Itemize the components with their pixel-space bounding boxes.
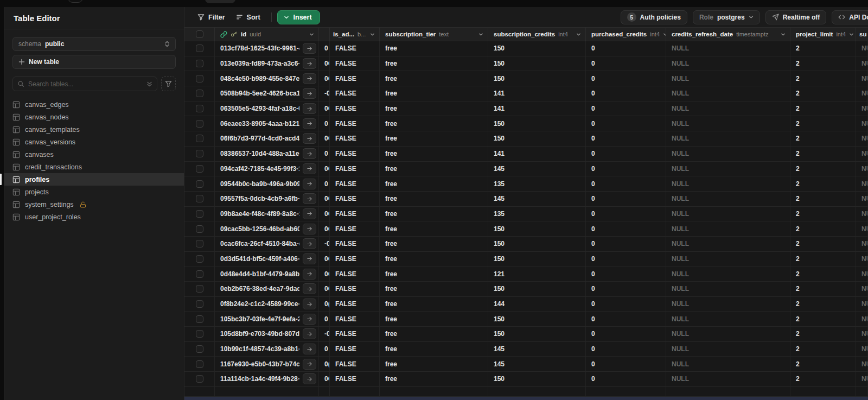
cell-subscription-tier[interactable]: free xyxy=(380,372,488,386)
sidebar-item-canvas_nodes[interactable]: canvas_nodes xyxy=(4,111,184,123)
cell-is-admin[interactable]: FALSE xyxy=(330,101,380,116)
cell-subscription-credits[interactable]: 141 xyxy=(488,147,586,161)
cell-credits-refresh-date[interactable]: NULL xyxy=(666,162,790,176)
cell-next-clipped[interactable]: NU xyxy=(856,101,868,116)
table-row[interactable]: 09557f5a-0dcb-4cb9-a6fb-fff366... 0C FAL… xyxy=(184,192,868,207)
cell-project-limit[interactable]: 2 xyxy=(790,357,856,371)
filter-button[interactable]: Filter xyxy=(192,10,231,24)
cell-purchased-credits[interactable]: 0 xyxy=(586,147,666,161)
cell-project-limit[interactable]: 2 xyxy=(790,41,856,56)
cell-next-clipped[interactable]: NU xyxy=(856,86,868,101)
chevron-down-icon[interactable] xyxy=(849,32,854,37)
sidebar-item-canvas_versions[interactable]: canvas_versions xyxy=(4,136,184,148)
cell-subscription-credits[interactable]: 145 xyxy=(488,192,586,206)
cell-subscription-tier[interactable]: free xyxy=(380,56,488,71)
cell-subscription-tier[interactable]: free xyxy=(380,192,488,206)
cell-project-limit[interactable]: 2 xyxy=(790,56,856,71)
select-all-checkbox[interactable] xyxy=(196,30,203,38)
cell-credits-refresh-date[interactable]: NULL xyxy=(666,342,790,357)
chevrons-down-icon[interactable] xyxy=(146,81,152,87)
cell-id[interactable]: 09557f5a-0dcb-4cb9-a6fb-fff366... xyxy=(215,192,319,206)
expand-row-button[interactable] xyxy=(303,238,316,249)
cell-subscription-credits[interactable]: 150 xyxy=(488,131,586,146)
chevron-down-icon[interactable] xyxy=(576,32,581,37)
table-row[interactable]: 09b8ae4e-f48c-4f89-8a8c-1629b... 0C FALS… xyxy=(184,207,868,222)
cell-is-admin[interactable]: FALSE xyxy=(330,116,380,131)
cell-next-clipped[interactable]: NU xyxy=(856,357,868,371)
table-row[interactable]: 063505e5-4293-4faf-a18c-0e65b... 0C FALS… xyxy=(184,101,868,117)
search-input[interactable]: Search tables... xyxy=(12,77,157,91)
cell-purchased-credits[interactable]: 0 xyxy=(586,41,666,56)
cell-credits-refresh-date[interactable]: NULL xyxy=(666,41,790,56)
cell-purchased-credits[interactable]: 0 xyxy=(586,327,666,341)
cell-next-clipped[interactable]: NU xyxy=(856,342,868,357)
cell-is-admin[interactable]: FALSE xyxy=(330,327,380,341)
cell-hidden-clipped[interactable]: 0C xyxy=(319,131,330,146)
column-header-project-limit[interactable]: project_limit int4 xyxy=(790,28,856,41)
cell-id[interactable]: 06eaee33-8905-4aaa-b121-ab552... xyxy=(215,116,319,131)
cell-is-admin[interactable]: FALSE xyxy=(330,56,380,71)
cell-subscription-tier[interactable]: free xyxy=(380,147,488,161)
expand-row-button[interactable] xyxy=(303,344,316,354)
chevron-down-icon[interactable] xyxy=(370,32,375,37)
cell-hidden-clipped[interactable]: 0C xyxy=(319,372,330,386)
cell-is-admin[interactable]: FALSE xyxy=(330,162,380,176)
api-docs-button[interactable]: API Docs xyxy=(832,10,868,24)
cell-hidden-clipped[interactable]: 0( xyxy=(319,297,330,312)
expand-row-button[interactable] xyxy=(303,179,316,189)
cell-next-clipped[interactable]: NU xyxy=(856,252,868,266)
cell-id[interactable]: 0f8b24e2-c1c2-4589-99ce-2c52d... xyxy=(215,297,319,312)
cell-subscription-credits[interactable]: 150 xyxy=(488,327,586,341)
cell-next-clipped[interactable]: NU xyxy=(856,71,868,86)
cell-purchased-credits[interactable]: 0 xyxy=(586,56,666,71)
cell-hidden-clipped[interactable]: 0( xyxy=(319,357,330,371)
cell-project-limit[interactable]: 2 xyxy=(790,162,856,176)
cell-credits-refresh-date[interactable]: NULL xyxy=(666,372,790,386)
cell-id[interactable]: 0d48e4d4-b1bf-4479-9a8b-4a4b... xyxy=(215,266,319,281)
cell-is-admin[interactable]: FALSE xyxy=(330,131,380,146)
chevron-down-icon[interactable] xyxy=(309,32,314,37)
cell-project-limit[interactable]: 2 xyxy=(790,131,856,146)
cell-hidden-clipped[interactable]: 0 xyxy=(319,342,330,357)
row-checkbox[interactable] xyxy=(196,45,203,52)
cell-hidden-clipped[interactable]: 0 xyxy=(319,41,330,56)
table-row[interactable]: 0508b94b-5ee2-4626-bca1-4bca... -0 FALSE… xyxy=(184,86,868,101)
cell-id[interactable]: 06f6b7d3-977d-4cd0-acd4-4a78... xyxy=(215,131,319,146)
cell-subscription-tier[interactable]: free xyxy=(380,357,488,371)
cell-id[interactable]: 09cac5bb-1256-46bd-ab60-64ed... xyxy=(215,221,319,236)
cell-hidden-clipped[interactable]: 0 xyxy=(319,176,330,191)
cell-subscription-tier[interactable]: free xyxy=(380,282,488,296)
cell-is-admin[interactable]: FALSE xyxy=(330,71,380,86)
table-row[interactable]: 0eb2b676-38ed-4ea7-9dad-38e6... 0C FALSE… xyxy=(184,282,868,297)
expand-row-button[interactable] xyxy=(303,73,316,84)
cell-is-admin[interactable]: FALSE xyxy=(330,41,380,56)
cell-hidden-clipped[interactable]: 0 xyxy=(319,116,330,131)
cell-next-clipped[interactable]: NU xyxy=(856,327,868,341)
cell-next-clipped[interactable]: NU xyxy=(856,147,868,161)
cell-project-limit[interactable]: 2 xyxy=(790,71,856,86)
cell-credits-refresh-date[interactable]: NULL xyxy=(666,252,790,266)
cell-subscription-tier[interactable]: free xyxy=(380,176,488,191)
row-checkbox[interactable] xyxy=(196,360,203,368)
table-row[interactable]: 0cac6fca-26cf-4510-84ba-c4580... -0 FALS… xyxy=(184,237,868,252)
expand-row-button[interactable] xyxy=(303,359,316,370)
cell-credits-refresh-date[interactable]: NULL xyxy=(666,207,790,221)
table-row[interactable]: 105d8bf9-e703-49bd-807d-645e... -0 FALSE… xyxy=(184,327,868,342)
cell-project-limit[interactable]: 2 xyxy=(790,207,856,221)
cell-is-admin[interactable]: FALSE xyxy=(330,282,380,296)
column-header-is-admin[interactable]: is_ad... b... xyxy=(330,28,380,41)
column-header-hidden[interactable] xyxy=(319,28,330,41)
cell-subscription-tier[interactable]: free xyxy=(380,162,488,176)
cell-subscription-credits[interactable]: 145 xyxy=(488,342,586,357)
sidebar-item-profiles[interactable]: profiles xyxy=(4,173,184,186)
cell-credits-refresh-date[interactable]: NULL xyxy=(666,131,790,146)
cell-subscription-tier[interactable]: free xyxy=(380,71,488,86)
table-row[interactable]: 09544b0c-ba9b-496a-9b09-244... 0 FALSE f… xyxy=(184,176,868,192)
cell-is-admin[interactable]: FALSE xyxy=(330,221,380,236)
new-table-button[interactable]: New table xyxy=(12,55,176,69)
cell-is-admin[interactable]: FALSE xyxy=(330,237,380,251)
row-checkbox[interactable] xyxy=(196,345,203,353)
cell-is-admin[interactable]: FALSE xyxy=(330,176,380,191)
expand-row-button[interactable] xyxy=(303,103,316,114)
table-row[interactable]: 013cf78d-1625-43fc-9961-442189... 0 FALS… xyxy=(184,41,868,56)
